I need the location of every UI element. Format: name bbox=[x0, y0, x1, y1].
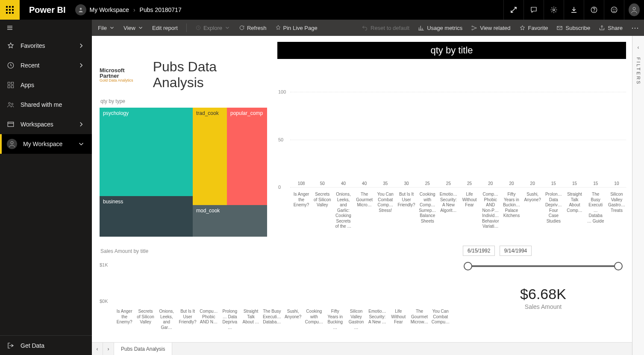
chevron-right-icon: › bbox=[133, 6, 135, 13]
fullscreen-button[interactable] bbox=[503, 0, 523, 20]
page-tab-active[interactable]: Pubs Data Analysis bbox=[114, 343, 172, 355]
workspace-icon bbox=[7, 120, 15, 128]
filters-label: FILTERS bbox=[636, 57, 641, 85]
x-tick-label: The Busy Executi… Databa… Guide bbox=[586, 189, 605, 241]
waffle-icon bbox=[6, 6, 14, 14]
chevron-down-icon bbox=[77, 140, 85, 148]
filters-pane-toggle[interactable]: ‹ FILTERS bbox=[632, 36, 644, 355]
hamburger-icon bbox=[6, 24, 14, 32]
edit-report-button[interactable]: Edit report bbox=[152, 25, 178, 31]
nav-label: Apps bbox=[21, 82, 34, 88]
apps-icon bbox=[7, 81, 15, 89]
help-button[interactable] bbox=[584, 0, 604, 20]
svg-point-27 bbox=[9, 103, 11, 105]
bar-value-label: 20 bbox=[509, 181, 514, 186]
subscribe-button[interactable]: Subscribe bbox=[556, 25, 590, 31]
svg-rect-26 bbox=[12, 86, 14, 88]
file-menu[interactable]: File bbox=[98, 25, 115, 31]
nav-apps[interactable]: Apps bbox=[0, 75, 92, 95]
svg-rect-2 bbox=[12, 6, 14, 8]
svg-rect-24 bbox=[12, 82, 14, 84]
bar-value-label: 15 bbox=[551, 181, 556, 186]
x-tick-label: Fifty Years in Bucking… bbox=[326, 309, 344, 330]
left-nav: Favorites Recent Apps Shared with me Wor… bbox=[0, 36, 92, 355]
favorite-button[interactable]: Favorite bbox=[519, 25, 548, 31]
svg-rect-23 bbox=[8, 82, 10, 84]
svg-rect-3 bbox=[6, 9, 8, 11]
treemap-tile-psychology[interactable]: psychology bbox=[100, 108, 193, 196]
y-tick: $0K bbox=[100, 299, 108, 304]
date-from-box[interactable]: 6/15/1992 bbox=[463, 246, 495, 256]
treemap-tile-trad-cook[interactable]: trad_cook bbox=[193, 108, 227, 205]
refresh-button[interactable]: Refresh bbox=[239, 25, 267, 31]
header-actions bbox=[503, 0, 644, 20]
svg-rect-4 bbox=[9, 9, 11, 11]
slider-thumb-left[interactable] bbox=[464, 262, 472, 270]
sales-amount-chart[interactable]: $0K$1K bbox=[100, 258, 450, 309]
reset-default-button[interactable]: Reset to default bbox=[362, 25, 409, 31]
y-tick: $1K bbox=[100, 262, 108, 267]
share-button[interactable]: Share bbox=[599, 25, 623, 31]
report-title-block: Microsoft Partner Gold Data Analytics Pu… bbox=[100, 42, 270, 94]
date-range: 6/15/1992 9/14/1994 bbox=[463, 246, 623, 256]
bar-value-label: 40 bbox=[362, 181, 367, 186]
x-tick-label: Fifty Years in Buckin… Palace Kitchens bbox=[502, 189, 521, 241]
nav-my-workspace[interactable]: My Workspace bbox=[0, 134, 92, 154]
y-tick: 100 bbox=[278, 89, 286, 94]
user-avatar-icon bbox=[7, 139, 17, 149]
treemap-tile-mod-cook[interactable]: mod_cook bbox=[193, 205, 267, 237]
feedback-button[interactable] bbox=[604, 0, 624, 20]
breadcrumb: My Workspace › Pubs 20180717 bbox=[90, 6, 182, 13]
svg-rect-29 bbox=[8, 122, 14, 127]
nav-toggle-button[interactable] bbox=[0, 20, 20, 36]
svg-rect-5 bbox=[12, 9, 14, 11]
nav-recent[interactable]: Recent bbox=[0, 56, 92, 75]
view-menu[interactable]: View bbox=[124, 25, 144, 31]
usage-metrics-button[interactable]: Usage metrics bbox=[418, 25, 462, 31]
x-tick-label: Prolong… Data Depriva… bbox=[221, 309, 239, 330]
slider-thumb-right[interactable] bbox=[614, 262, 623, 270]
nav-shared-with-me[interactable]: Shared with me bbox=[0, 95, 92, 114]
view-related-button[interactable]: View related bbox=[471, 25, 510, 31]
svg-rect-0 bbox=[6, 6, 8, 8]
x-tick-label: You Can Combat Compu… bbox=[431, 309, 450, 330]
comments-button[interactable] bbox=[523, 0, 544, 20]
bar-value-label: 25 bbox=[446, 181, 451, 186]
app-launcher-button[interactable] bbox=[0, 0, 20, 20]
svg-rect-21 bbox=[557, 26, 562, 29]
treemap-tile-popular-comp[interactable]: popular_comp bbox=[227, 108, 267, 205]
nav-favorites[interactable]: Favorites bbox=[0, 36, 92, 56]
tab-prev-button[interactable]: ‹ bbox=[92, 343, 103, 355]
bar-value-label: 108 bbox=[298, 181, 305, 186]
qty-by-title-banner: qty by title bbox=[277, 42, 626, 59]
svg-point-15 bbox=[615, 9, 616, 10]
treemap-tile-business[interactable]: business bbox=[100, 196, 193, 237]
treemap-title: qty by type bbox=[100, 98, 270, 104]
chat-icon bbox=[530, 6, 538, 14]
profile-button[interactable] bbox=[624, 0, 644, 20]
overflow-menu-button[interactable]: ⋯ bbox=[631, 23, 640, 32]
download-button[interactable] bbox=[564, 0, 584, 20]
x-tick-label: Compu… Phobic AND N… bbox=[199, 309, 218, 330]
date-to-box[interactable]: 9/14/1994 bbox=[500, 246, 532, 256]
breadcrumb-leaf[interactable]: Pubs 20180717 bbox=[140, 6, 182, 13]
x-tick-label: Straight Talk About … bbox=[241, 309, 260, 330]
bar-value-label: 25 bbox=[467, 181, 472, 186]
pin-live-page-button[interactable]: Pin Live Page bbox=[275, 25, 318, 31]
get-data-button[interactable]: Get Data bbox=[0, 335, 92, 355]
svg-rect-25 bbox=[8, 86, 10, 88]
tab-next-button[interactable]: › bbox=[103, 343, 114, 355]
chevron-down-icon bbox=[224, 25, 230, 31]
expand-icon bbox=[510, 6, 518, 14]
qty-by-title-chart[interactable]: 050100108504040353025252520202015151510 … bbox=[277, 63, 626, 241]
breadcrumb-root[interactable]: My Workspace bbox=[90, 6, 129, 13]
nav-workspaces[interactable]: Workspaces bbox=[0, 114, 92, 134]
date-slider[interactable] bbox=[464, 260, 623, 273]
explore-menu[interactable]: Explore bbox=[195, 25, 230, 31]
settings-button[interactable] bbox=[544, 0, 564, 20]
x-tick-label: Life Without Fear bbox=[460, 189, 479, 241]
qty-by-type-treemap[interactable]: psychology business trad_cook mod_cook p… bbox=[100, 108, 267, 237]
bar-value-label: 20 bbox=[530, 181, 535, 186]
svg-point-12 bbox=[594, 11, 594, 12]
chevron-down-icon bbox=[138, 25, 144, 31]
